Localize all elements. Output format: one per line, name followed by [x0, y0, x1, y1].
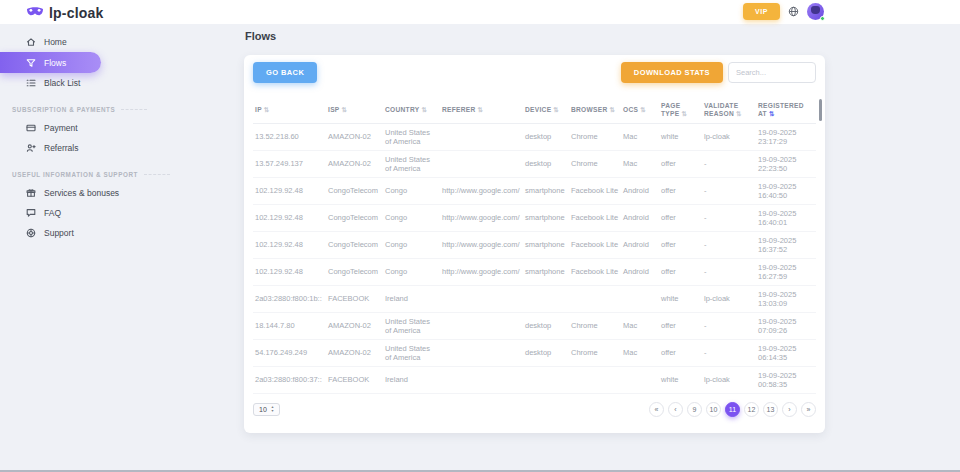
language-globe-icon[interactable]	[788, 6, 799, 17]
cell-registered-at: 19-09-202506:14:35	[756, 340, 816, 367]
top-header: lp-cloak VIP	[0, 0, 960, 24]
sidebar-item-black-list[interactable]: Black List	[0, 73, 233, 93]
cell-referer: http://www.google.com/	[440, 205, 523, 232]
column-header-registered-at[interactable]: REGISTERED AT⇅	[756, 97, 816, 124]
column-header-referer[interactable]: REFERER⇅	[440, 97, 523, 124]
cell-page-type: offer	[659, 151, 702, 178]
app-logo-text: lp-cloak	[49, 5, 104, 21]
cell-browser: Chrome	[569, 313, 621, 340]
flows-table: IP⇅ISP⇅COUNTRY⇅REFERER⇅DEVICE⇅BROWSER⇅OC…	[253, 97, 816, 394]
credit-card-icon	[26, 123, 36, 133]
sort-icon[interactable]: ⇅	[342, 106, 348, 113]
sort-icon[interactable]: ⇅	[421, 106, 427, 113]
cell-registered-at: 19-09-202507:09:26	[756, 313, 816, 340]
cell-registered-at: 19-09-202522:23:50	[756, 151, 816, 178]
download-stats-button[interactable]: DOWNLOAD STATS	[621, 62, 723, 83]
cell-registered-at: 19-09-202513:03:09	[756, 286, 816, 313]
lifebuoy-icon	[26, 228, 36, 238]
last-page-button[interactable]: »	[801, 402, 816, 417]
column-header-country[interactable]: COUNTRY⇅	[383, 97, 440, 124]
cell-validate-reason: -	[702, 178, 756, 205]
table-scrollbar-thumb[interactable]	[819, 99, 822, 121]
page-button-10[interactable]: 10	[706, 402, 721, 417]
cell-validate-reason: -	[702, 151, 756, 178]
cell-ocs	[621, 367, 659, 394]
stepper-icon: ▲▼	[271, 406, 274, 412]
column-header-isp[interactable]: ISP⇅	[326, 97, 383, 124]
page-size-select[interactable]: 10 ▲▼	[253, 403, 280, 416]
table-row: 102.129.92.48CongoTelecomCongohttp://www…	[253, 232, 816, 259]
sidebar-item-home[interactable]: Home	[0, 32, 233, 52]
sidebar-item-label: Payment	[44, 123, 78, 133]
sort-icon[interactable]: ⇅	[478, 106, 484, 113]
cell-ocs: Android	[621, 178, 659, 205]
page-button-9[interactable]: 9	[687, 402, 702, 417]
sort-icon[interactable]: ⇅	[264, 106, 270, 113]
sort-icon[interactable]: ⇅	[553, 106, 559, 113]
cell-device: desktop	[523, 151, 569, 178]
cell-browser: Facebook Lite	[569, 232, 621, 259]
column-header-ocs[interactable]: OCS⇅	[621, 97, 659, 124]
sidebar-item-label: Home	[44, 37, 67, 47]
sidebar-item-support[interactable]: Support	[0, 223, 233, 243]
cell-referer	[440, 286, 523, 313]
page-button-12[interactable]: 12	[744, 402, 759, 417]
column-label: BROWSER	[571, 106, 608, 113]
user-avatar[interactable]	[807, 3, 824, 20]
sort-icon[interactable]: ⇅	[769, 110, 775, 117]
search-input[interactable]	[728, 62, 816, 83]
page-button-11[interactable]: 11	[725, 402, 740, 417]
cell-referer	[440, 367, 523, 394]
column-header-browser[interactable]: BROWSER⇅	[569, 97, 621, 124]
column-header-page-type[interactable]: PAGE TYPE⇅	[659, 97, 702, 124]
cell-ocs: Android	[621, 232, 659, 259]
sidebar-item-faq[interactable]: FAQ	[0, 203, 233, 223]
cell-registered-at: 19-09-202516:40:01	[756, 205, 816, 232]
cell-referer	[440, 151, 523, 178]
cell-device: smartphone	[523, 232, 569, 259]
cell-ocs: Mac	[621, 313, 659, 340]
cell-browser	[569, 286, 621, 313]
column-header-ip[interactable]: IP⇅	[253, 97, 326, 124]
cell-page-type: offer	[659, 205, 702, 232]
first-page-button[interactable]: «	[649, 402, 664, 417]
cell-ip: 102.129.92.48	[253, 232, 326, 259]
sort-icon[interactable]: ⇅	[681, 110, 687, 117]
cell-device	[523, 286, 569, 313]
sidebar-item-referrals[interactable]: Referrals	[0, 138, 233, 158]
column-label: REGISTERED AT	[758, 102, 804, 117]
cell-validate-reason: -	[702, 232, 756, 259]
cell-device	[523, 367, 569, 394]
cell-device: smartphone	[523, 205, 569, 232]
cell-validate-reason: -	[702, 313, 756, 340]
table-row: 13.57.249.137AMAZON-02United States of A…	[253, 151, 816, 178]
sort-icon[interactable]: ⇅	[736, 110, 742, 117]
cell-isp: CongoTelecom	[326, 232, 383, 259]
cell-isp: CongoTelecom	[326, 259, 383, 286]
cell-country: United States of America	[383, 151, 440, 178]
column-header-device[interactable]: DEVICE⇅	[523, 97, 569, 124]
pagination: 10 ▲▼ «‹910111213›»	[253, 402, 816, 417]
previous-page-button[interactable]: ‹	[668, 402, 683, 417]
sort-icon[interactable]: ⇅	[640, 106, 646, 113]
next-page-button[interactable]: ›	[782, 402, 797, 417]
sidebar-item-services-bonuses[interactable]: Services & bonuses	[0, 183, 233, 203]
cell-country: Congo	[383, 178, 440, 205]
go-back-button[interactable]: GO BACK	[253, 62, 317, 83]
app-logo[interactable]: lp-cloak	[26, 4, 104, 22]
sidebar-item-payment[interactable]: Payment	[0, 118, 233, 138]
cell-validate-reason: lp-cloak	[702, 124, 756, 151]
cell-country: Congo	[383, 205, 440, 232]
cell-ip: 102.129.92.48	[253, 259, 326, 286]
sidebar-item-flows[interactable]: Flows	[0, 52, 101, 73]
vip-button[interactable]: VIP	[743, 3, 780, 20]
sort-icon[interactable]: ⇅	[610, 106, 616, 113]
cell-validate-reason: -	[702, 340, 756, 367]
cell-ocs: Android	[621, 205, 659, 232]
cell-isp: FACEBOOK	[326, 286, 383, 313]
cell-referer	[440, 124, 523, 151]
cell-validate-reason: lp-cloak	[702, 286, 756, 313]
cell-ip: 54.176.249.249	[253, 340, 326, 367]
page-button-13[interactable]: 13	[763, 402, 778, 417]
column-header-validate-reason[interactable]: VALIDATE REASON⇅	[702, 97, 756, 124]
